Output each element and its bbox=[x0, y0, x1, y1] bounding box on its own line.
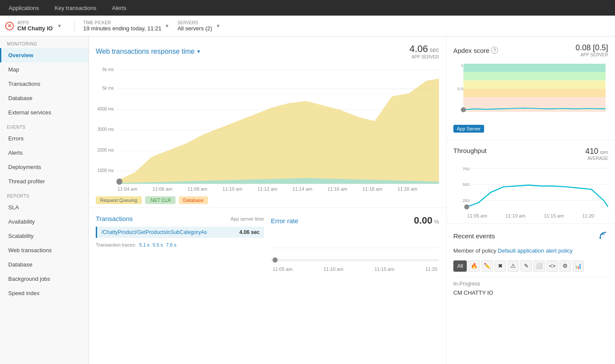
filter-x-icon[interactable]: ✖ bbox=[495, 260, 506, 272]
legend-net-clr[interactable]: .NET CLR bbox=[145, 196, 176, 204]
error-chart-marker[interactable] bbox=[273, 257, 278, 263]
transactions-header: Transactions App server time bbox=[96, 215, 264, 222]
top-transaction-row[interactable]: /ChattyProduct/GetProductsInSubCategoryA… bbox=[96, 227, 264, 238]
filter-monitor-icon[interactable]: ⬜ bbox=[534, 260, 545, 272]
filter-warning-icon[interactable]: ⚠ bbox=[508, 260, 519, 272]
main-chart-area: 6k ms 5k ms 4000 ms 3000 ms 2000 ms 1000… bbox=[96, 63, 439, 193]
sidebar-item-overview[interactable]: Overview bbox=[0, 48, 88, 62]
transactions-column-label: App server time bbox=[231, 216, 264, 221]
events-section-label: EVENTS bbox=[0, 120, 88, 131]
x-label-3: 11:10 am bbox=[222, 186, 242, 192]
sidebar-item-availability[interactable]: Availability bbox=[0, 214, 88, 229]
legend-database[interactable]: Database bbox=[179, 196, 208, 204]
chart-left-marker[interactable] bbox=[117, 179, 123, 185]
throughput-x-labels: 11:05 am 11:10 am 11:15 am 11:20 bbox=[453, 213, 608, 218]
sidebar-item-sla[interactable]: SLA bbox=[0, 200, 88, 214]
throughput-num: 410 bbox=[585, 147, 598, 156]
filter-gear-icon[interactable]: ⚙ bbox=[560, 260, 571, 272]
nav-applications[interactable]: Applications bbox=[5, 0, 42, 16]
filter-pencil-icon[interactable]: ✎ bbox=[521, 260, 532, 272]
event-filter-row: All 🔥 ✏️ ✖ ⚠ ✎ ⬜ <> ⚙ 📊 bbox=[453, 260, 608, 272]
servers-label: SERVERS bbox=[177, 20, 212, 25]
sidebar-item-map[interactable]: Map bbox=[0, 62, 88, 77]
sidebar-item-transactions[interactable]: Transactions bbox=[0, 77, 88, 91]
sidebar-item-scalability[interactable]: Scalability bbox=[0, 229, 88, 243]
sidebar-item-external-services[interactable]: External services bbox=[0, 105, 88, 120]
sidebar-item-database[interactable]: Database bbox=[0, 91, 88, 105]
throughput-title: Throughput bbox=[453, 147, 487, 154]
nav-alerts[interactable]: Alerts bbox=[108, 0, 130, 16]
chart-title[interactable]: Web transactions response time ▾ bbox=[96, 48, 200, 55]
sidebar-item-speed-index[interactable]: Speed index bbox=[0, 286, 88, 300]
apdex-meta: 0.08 [0.5] APP SERVER bbox=[576, 43, 608, 57]
apps-label: APPS bbox=[17, 20, 53, 25]
apdex-info-icon[interactable]: ? bbox=[491, 47, 498, 54]
filter-chart-icon[interactable]: 📊 bbox=[573, 260, 584, 272]
error-rate-unit: % bbox=[434, 218, 439, 225]
transactions-title[interactable]: Transactions bbox=[96, 215, 133, 222]
servers-picker[interactable]: SERVERS All servers (2) ▾ bbox=[177, 20, 219, 32]
throughput-section: Throughput 410 rpm AVERAGE 750 500 250 bbox=[446, 140, 615, 224]
error-rate-value: 0.00 bbox=[414, 215, 433, 226]
svg-rect-19 bbox=[463, 89, 605, 97]
svg-rect-17 bbox=[463, 72, 605, 80]
events-divider bbox=[453, 277, 608, 277]
throughput-chart-svg: 750 500 250 bbox=[453, 164, 608, 212]
nav-key-transactions[interactable]: Key transactions bbox=[51, 0, 100, 16]
error-chart-x-labels: 11:05 am 11:10 am 11:15 am 11:20 bbox=[271, 266, 439, 272]
throughput-x-0: 11:05 am bbox=[467, 213, 487, 218]
app-selector-icon: ✕ bbox=[5, 22, 14, 30]
chart-title-chevron-icon[interactable]: ▾ bbox=[197, 48, 200, 55]
error-rate-title[interactable]: Error rate bbox=[271, 217, 298, 224]
x-label-0: 11:04 am bbox=[117, 186, 137, 192]
sidebar-item-errors[interactable]: Errors bbox=[0, 131, 88, 146]
error-rate-header: Error rate 0.00 % bbox=[271, 215, 439, 226]
chart-sub-label: APP SERVER bbox=[410, 55, 439, 59]
svg-point-27 bbox=[599, 237, 601, 239]
legend-request-queuing[interactable]: Request Queuing bbox=[96, 196, 142, 204]
throughput-header: Throughput 410 rpm AVERAGE bbox=[453, 147, 608, 161]
filter-all-button[interactable]: All bbox=[453, 260, 467, 272]
recent-events-header: Recent events bbox=[453, 231, 608, 241]
main-chart-polygon bbox=[117, 78, 439, 184]
app-selector[interactable]: ✕ APPS CM Chatty IO ▾ bbox=[5, 20, 75, 32]
time-picker-label: TIME PICKER bbox=[83, 20, 161, 25]
time-picker-chevron-icon: ▾ bbox=[166, 23, 169, 29]
apdex-chart-marker[interactable] bbox=[461, 107, 466, 112]
chart-unit: sec bbox=[430, 46, 439, 53]
x-label-8: 11:20 am bbox=[397, 186, 417, 192]
throughput-chart-marker[interactable] bbox=[464, 205, 469, 210]
app-name: CM Chatty IO bbox=[17, 25, 53, 32]
sidebar-item-background-jobs[interactable]: Background jobs bbox=[0, 272, 88, 286]
trace-link-1[interactable]: 5.5 s bbox=[153, 242, 163, 247]
sidebar-item-alerts[interactable]: Alerts bbox=[0, 146, 88, 160]
filter-fire-icon[interactable]: 🔥 bbox=[469, 260, 480, 272]
throughput-x-3: 11:20 bbox=[582, 213, 594, 218]
throughput-chart-area: 750 500 250 11:05 am 11:10 am 11:15 am 1… bbox=[453, 164, 608, 216]
app-server-badge[interactable]: App Server bbox=[453, 125, 484, 133]
sidebar-item-thread-profiler[interactable]: Thread profiler bbox=[0, 174, 88, 188]
recent-events-title: Recent events bbox=[453, 232, 495, 240]
svg-text:5k ms: 5k ms bbox=[102, 86, 114, 91]
policy-link[interactable]: Default application alert policy bbox=[498, 247, 573, 254]
error-chart-area: 11:05 am 11:10 am 11:15 am 11:20 bbox=[271, 231, 439, 265]
sidebar-item-deployments[interactable]: Deployments bbox=[0, 160, 88, 174]
servers-value: All servers (2) bbox=[177, 25, 212, 32]
error-rate-section: Error rate 0.00 % 11:05 am bbox=[271, 215, 439, 265]
error-x-2: 11:15 am bbox=[374, 266, 394, 272]
trace-link-0[interactable]: 5.1 s bbox=[139, 242, 150, 247]
svg-rect-16 bbox=[463, 64, 605, 72]
sidebar-item-db[interactable]: Database bbox=[0, 257, 88, 272]
time-picker[interactable]: TIME PICKER 19 minutes ending today, 11:… bbox=[83, 20, 169, 32]
event-name: CM CHATTY IO bbox=[453, 289, 608, 296]
sidebar-item-web-transactions[interactable]: Web transactions bbox=[0, 243, 88, 257]
apdex-value: 0.08 [0.5] bbox=[576, 43, 608, 52]
transaction-time: 4.06 sec bbox=[239, 229, 260, 235]
transaction-traces: Transaction traces: 5.1 s 5.5 s 7.6 s bbox=[96, 240, 264, 249]
transaction-name: /ChattyProduct/GetProductsInSubCategoryA… bbox=[101, 229, 207, 235]
svg-text:4000 ms: 4000 ms bbox=[98, 106, 114, 111]
filter-edit-icon[interactable]: ✏️ bbox=[482, 260, 493, 272]
chart-legend: Request Queuing .NET CLR Database bbox=[96, 196, 439, 204]
trace-link-2[interactable]: 7.6 s bbox=[166, 242, 176, 247]
filter-code-icon[interactable]: <> bbox=[547, 260, 558, 272]
